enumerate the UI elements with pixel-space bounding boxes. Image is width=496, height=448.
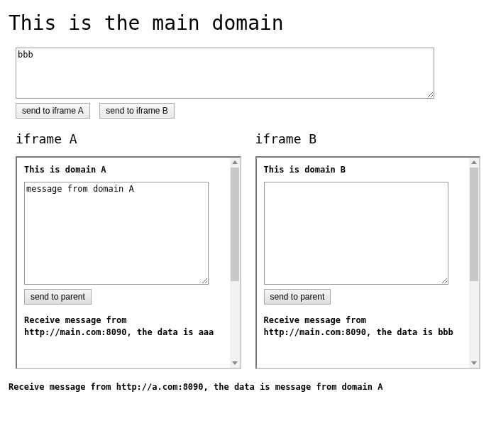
iframe-b-title: This is domain B (264, 165, 470, 175)
iframe-b-box: This is domain B send to parent Receive … (255, 156, 481, 369)
main-button-row: send to iframe A send to iframe B (16, 103, 487, 119)
scrollbar-thumb[interactable] (470, 168, 478, 281)
iframe-a-textarea[interactable] (24, 182, 209, 285)
main-textarea[interactable] (16, 48, 434, 99)
iframe-b-button-row: send to parent (264, 289, 470, 305)
iframe-a-receive-message: Receive message from http://main.com:809… (24, 315, 223, 339)
iframe-a-button-row: send to parent (24, 289, 230, 305)
iframe-a-column: iframe A This is domain A send to parent… (9, 124, 248, 369)
scroll-up-icon (232, 160, 238, 164)
iframe-b-column: iframe B This is domain B send to parent… (248, 124, 488, 369)
iframe-a-scrollbar[interactable] (230, 158, 240, 368)
iframe-a-box: This is domain A send to parent Receive … (16, 156, 241, 369)
scroll-up-icon (471, 160, 477, 164)
scroll-down-icon (232, 361, 238, 365)
iframe-row: iframe A This is domain A send to parent… (9, 124, 487, 369)
scroll-down-icon (471, 361, 477, 365)
send-iframe-a-button[interactable]: send to iframe A (16, 103, 90, 119)
iframe-b-textarea[interactable] (264, 182, 448, 285)
iframe-a-title: This is domain A (24, 165, 230, 175)
scrollbar-thumb[interactable] (231, 168, 239, 281)
iframe-a-label: iframe A (16, 131, 241, 146)
iframe-b-scrollbar[interactable] (469, 158, 479, 368)
iframe-a-send-parent-button[interactable]: send to parent (24, 289, 92, 305)
iframe-b-receive-message: Receive message from http://main.com:809… (264, 315, 463, 339)
main-receive-message: Receive message from http://a.com:8090, … (9, 382, 487, 392)
page-heading: This is the main domain (9, 11, 487, 35)
send-iframe-b-button[interactable]: send to iframe B (99, 103, 174, 119)
iframe-b-send-parent-button[interactable]: send to parent (264, 289, 331, 305)
iframe-b-label: iframe B (255, 131, 481, 146)
